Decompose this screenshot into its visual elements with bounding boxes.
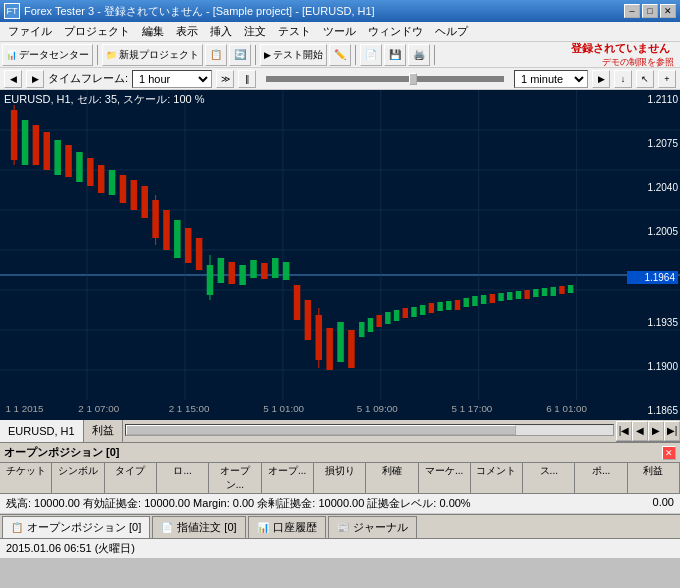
timeframe-bar: ◀ ▶ タイムフレーム: 1 hour 4 hours 1 day 1 minu…	[0, 68, 680, 90]
svg-rect-69	[524, 290, 529, 299]
maximize-button[interactable]: □	[642, 4, 658, 18]
close-button[interactable]: ✕	[660, 4, 676, 18]
toolbar-separator-1	[97, 45, 98, 65]
chart-nav-last[interactable]: ▶|	[664, 421, 680, 441]
col-market: マーケ...	[419, 463, 471, 493]
svg-rect-55	[403, 308, 408, 318]
new-project-button[interactable]: 📁 新規プロジェクト	[102, 44, 203, 66]
svg-rect-68	[516, 291, 521, 299]
svg-rect-42	[283, 262, 290, 280]
toolbar-icon-1[interactable]: 📋	[205, 44, 227, 66]
svg-rect-61	[455, 300, 460, 310]
price-1: 1.2110	[627, 94, 678, 105]
svg-rect-54	[394, 310, 399, 321]
toolbar-separator-3	[355, 45, 356, 65]
svg-rect-25	[120, 175, 127, 203]
speed-btn-1[interactable]: ▶	[592, 70, 610, 88]
summary-value: 0.00	[653, 496, 674, 511]
price-4: 1.2005	[627, 226, 678, 237]
positions-tab-label: オープンポジション [0]	[27, 520, 141, 535]
menu-order[interactable]: 注文	[238, 23, 272, 40]
svg-rect-72	[551, 287, 556, 296]
minute-select[interactable]: 1 minute 5 minutes	[514, 70, 588, 88]
col-open-price: オープ...	[262, 463, 314, 493]
tf-compress[interactable]: ‖	[238, 70, 256, 88]
bottom-tab-journal[interactable]: 📰 ジャーナル	[328, 516, 417, 538]
menu-help[interactable]: ヘルプ	[429, 23, 474, 40]
demo-label: デモの制限を参照	[567, 56, 674, 69]
svg-rect-52	[376, 315, 381, 327]
tool-btn[interactable]: +	[658, 70, 676, 88]
menu-window[interactable]: ウィンドウ	[362, 23, 429, 40]
toolbar-icon-3[interactable]: ✏️	[329, 44, 351, 66]
col-ticket: チケット	[0, 463, 52, 493]
tf-arrow-left[interactable]: ◀	[4, 70, 22, 88]
positions-panel: オープンポジション [0] ✕ チケット シンボル タイプ ロ... オープン.…	[0, 442, 680, 514]
svg-rect-38	[239, 265, 246, 285]
svg-rect-60	[446, 301, 451, 310]
panel-close-button[interactable]: ✕	[662, 446, 676, 460]
app-icon: FT	[4, 3, 20, 19]
title-bar-title: Forex Tester 3 - 登録されていません - [Sample pro…	[24, 4, 375, 19]
toolbar-icon-6[interactable]: 🖨️	[408, 44, 430, 66]
timeframe-select[interactable]: 1 hour 4 hours 1 day 1 minute 5 minutes …	[132, 70, 212, 88]
col-takeprofit: 利確	[366, 463, 418, 493]
price-7: 1.1865	[627, 405, 678, 416]
svg-rect-49	[348, 330, 355, 368]
svg-rect-73	[559, 286, 564, 294]
svg-rect-51	[368, 318, 373, 332]
data-center-button[interactable]: 📊 データセンター	[2, 44, 93, 66]
svg-text:5 1 01:00: 5 1 01:00	[263, 403, 304, 414]
svg-text:2 1 15:00: 2 1 15:00	[169, 403, 210, 414]
menu-edit[interactable]: 編集	[136, 23, 170, 40]
bottom-tab-history[interactable]: 📊 口座履歴	[248, 516, 326, 538]
table-header: チケット シンボル タイプ ロ... オープン... オープ... 損切り 利確…	[0, 463, 680, 494]
col-lot: ロ...	[157, 463, 209, 493]
summary-row: 残高: 10000.00 有効証拠金: 10000.00 Margin: 0.0…	[0, 494, 680, 514]
chart-scrollbar[interactable]	[123, 420, 616, 442]
menu-project[interactable]: プロジェクト	[58, 23, 136, 40]
chart-nav-prev[interactable]: ◀	[632, 421, 648, 441]
menu-insert[interactable]: 挿入	[204, 23, 238, 40]
col-stoploss: 損切り	[314, 463, 366, 493]
svg-rect-40	[261, 263, 268, 279]
title-bar: FT Forex Tester 3 - 登録されていません - [Sample …	[0, 0, 680, 22]
timeframe-label: タイムフレーム:	[48, 71, 128, 86]
menu-test[interactable]: テスト	[272, 23, 317, 40]
tf-arrow-right[interactable]: ▶	[26, 70, 44, 88]
svg-rect-47	[326, 328, 333, 370]
minimize-button[interactable]: –	[624, 4, 640, 18]
svg-rect-21	[76, 152, 83, 182]
chart-nav-next[interactable]: ▶	[648, 421, 664, 441]
speed-slider[interactable]	[266, 76, 504, 82]
tab-profit[interactable]: 利益	[84, 420, 123, 442]
toolbar-icon-5[interactable]: 💾	[384, 44, 406, 66]
speed-btn-2[interactable]: ↓	[614, 70, 632, 88]
cursor-tool[interactable]: ↖	[636, 70, 654, 88]
svg-rect-67	[507, 292, 512, 300]
bottom-tab-orders[interactable]: 📄 指値注文 [0]	[152, 516, 245, 538]
chart-nav-first[interactable]: |◀	[616, 421, 632, 441]
svg-rect-18	[44, 132, 51, 170]
orders-tab-label: 指値注文 [0]	[177, 520, 236, 535]
svg-rect-48	[337, 322, 344, 362]
svg-rect-63	[472, 296, 477, 306]
col-commission: ポ...	[575, 463, 627, 493]
journal-tab-icon: 📰	[337, 522, 349, 533]
toolbar-icon-2[interactable]: 🔄	[229, 44, 251, 66]
svg-rect-17	[33, 125, 40, 165]
menu-view[interactable]: 表示	[170, 23, 204, 40]
svg-text:6 1 01:00: 6 1 01:00	[546, 403, 587, 414]
menu-file[interactable]: ファイル	[2, 23, 58, 40]
toolbar-icon-4[interactable]: 📄	[360, 44, 382, 66]
start-test-button[interactable]: ▶ テスト開始	[260, 44, 327, 66]
status-bar: 2015.01.06 06:51 (火曜日)	[0, 538, 680, 558]
svg-rect-64	[481, 295, 486, 304]
start-test-label: テスト開始	[273, 48, 323, 62]
tf-expand[interactable]: ≫	[216, 70, 234, 88]
tab-eurusd-h1[interactable]: EURUSD, H1	[0, 420, 84, 442]
svg-rect-41	[272, 258, 279, 278]
svg-rect-19	[54, 140, 61, 175]
bottom-tab-positions[interactable]: 📋 オープンポジション [0]	[2, 516, 150, 538]
menu-tools[interactable]: ツール	[317, 23, 362, 40]
